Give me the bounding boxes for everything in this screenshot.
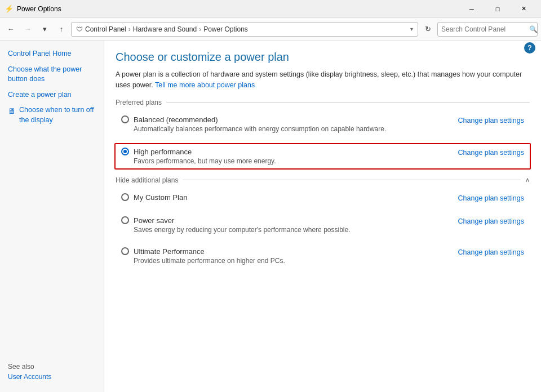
plan-power-saver-change-link[interactable]: Change plan settings: [458, 217, 524, 225]
plan-my-custom-name: My Custom Plan: [134, 193, 187, 202]
sidebar-item-display-off[interactable]: 🖥 Choose when to turn off the display: [0, 103, 104, 128]
plan-ultimate-radio-row: Ultimate Performance: [121, 247, 285, 256]
plan-power-saver-left: Power saver Saves energy by reducing you…: [121, 216, 351, 234]
hide-additional-chevron-icon[interactable]: ∧: [525, 176, 530, 184]
plan-my-custom: My Custom Plan Change plan settings: [116, 190, 530, 206]
plan-my-custom-radio[interactable]: [121, 193, 129, 201]
search-input[interactable]: [438, 25, 529, 33]
back-button[interactable]: ←: [3, 22, 18, 37]
plan-power-saver-desc: Saves energy by reducing your computer's…: [134, 226, 351, 234]
recent-locations-button[interactable]: ▾: [37, 22, 52, 37]
plan-ultimate-change-link[interactable]: Change plan settings: [458, 248, 524, 256]
display-off-icon: 🖥: [8, 106, 16, 117]
plan-ultimate-radio[interactable]: [121, 247, 129, 255]
plan-ultimate: Ultimate Performance Provides ultimate p…: [116, 244, 530, 268]
plan-balanced-name: Balanced (recommended): [134, 115, 218, 124]
window-icon: ⚡: [5, 5, 14, 14]
plan-ultimate-desc: Provides ultimate performance on higher …: [134, 257, 285, 265]
preferred-plans-label: Preferred plans: [116, 99, 162, 106]
content-area: Choose or customize a power plan A power…: [104, 41, 541, 392]
navbar: ← → ▾ ↑ 🛡 Control Panel › Hardware and S…: [0, 18, 541, 41]
sidebar-nav: Control Panel Home Choose what the power…: [0, 46, 104, 128]
breadcrumb-control-panel[interactable]: Control Panel: [85, 25, 126, 33]
page-title: Choose or customize a power plan: [116, 51, 530, 64]
plan-balanced-change-link[interactable]: Change plan settings: [458, 117, 524, 124]
plan-balanced: Balanced (recommended) Automatically bal…: [116, 112, 530, 136]
sidebar-item-power-button[interactable]: Choose what the power button does: [0, 62, 104, 87]
breadcrumb-hardware-sound[interactable]: Hardware and Sound: [133, 25, 197, 33]
plan-balanced-left: Balanced (recommended) Automatically bal…: [121, 115, 386, 133]
plan-ultimate-name: Ultimate Performance: [134, 247, 205, 256]
preferred-plans-header: Preferred plans: [116, 99, 530, 106]
forward-button[interactable]: →: [20, 22, 35, 37]
preferred-plans-divider: [166, 102, 530, 103]
sidebar-item-display-off-label: Choose when to turn off the display: [19, 105, 96, 125]
window-controls: ─ □ ✕: [459, 0, 536, 18]
separator-2: ›: [199, 25, 201, 33]
plan-power-saver-radio-row: Power saver: [121, 216, 351, 225]
sidebar-item-create-plan[interactable]: Create a power plan: [0, 87, 104, 103]
plan-high-performance-radio[interactable]: [121, 148, 129, 155]
see-also-user-accounts[interactable]: User Accounts: [8, 373, 96, 381]
plan-my-custom-radio-row: My Custom Plan: [121, 193, 187, 202]
breadcrumb-power-options[interactable]: Power Options: [203, 25, 248, 33]
separator-1: ›: [128, 25, 131, 33]
maximize-button[interactable]: □: [485, 0, 511, 18]
window-title: Power Options: [17, 5, 459, 13]
plan-high-performance-change-link[interactable]: Change plan settings: [458, 149, 524, 157]
main-container: Control Panel Home Choose what the power…: [0, 41, 541, 392]
search-icon: 🔍: [529, 25, 541, 33]
plan-high-performance-desc: Favors performance, but may use more ene…: [134, 157, 276, 165]
refresh-button[interactable]: ↻: [420, 22, 435, 37]
plan-high-performance-left: High performance Favors performance, but…: [121, 148, 276, 165]
plan-my-custom-left: My Custom Plan: [121, 193, 187, 203]
help-button[interactable]: ?: [524, 42, 535, 54]
close-button[interactable]: ✕: [511, 0, 536, 18]
address-bar[interactable]: 🛡 Control Panel › Hardware and Sound › P…: [71, 22, 418, 37]
plan-balanced-radio-row: Balanced (recommended): [121, 115, 386, 124]
plan-power-saver-name: Power saver: [134, 216, 174, 225]
see-also-label: See also: [8, 363, 96, 371]
address-chevron-icon[interactable]: ▾: [410, 26, 413, 32]
plan-ultimate-left: Ultimate Performance Provides ultimate p…: [121, 247, 285, 265]
plan-balanced-desc: Automatically balances performance with …: [134, 125, 386, 133]
sidebar-see-also: See also User Accounts: [0, 357, 104, 386]
plan-high-performance-radio-row: High performance: [121, 148, 276, 156]
titlebar: ⚡ Power Options ─ □ ✕: [0, 0, 541, 18]
plan-high-performance-name: High performance: [134, 148, 192, 156]
address-icon: 🛡: [76, 25, 83, 33]
hide-additional-label: Hide additional plans: [116, 176, 178, 184]
plan-power-saver-radio[interactable]: [121, 216, 129, 224]
plan-balanced-radio[interactable]: [121, 115, 129, 123]
hide-additional-header: Hide additional plans ∧: [116, 176, 530, 184]
description-link[interactable]: Tell me more about power plans: [155, 81, 255, 89]
hide-additional-divider: [183, 180, 521, 180]
sidebar: Control Panel Home Choose what the power…: [0, 41, 104, 392]
minimize-button[interactable]: ─: [459, 0, 485, 18]
search-box[interactable]: 🔍: [437, 22, 538, 37]
plan-my-custom-change-link[interactable]: Change plan settings: [458, 194, 524, 202]
plan-high-performance: High performance Favors performance, but…: [114, 143, 531, 170]
up-button[interactable]: ↑: [54, 22, 69, 37]
plan-power-saver: Power saver Saves energy by reducing you…: [116, 213, 530, 237]
description: A power plan is a collection of hardware…: [116, 69, 530, 91]
sidebar-item-control-home[interactable]: Control Panel Home: [0, 46, 104, 62]
